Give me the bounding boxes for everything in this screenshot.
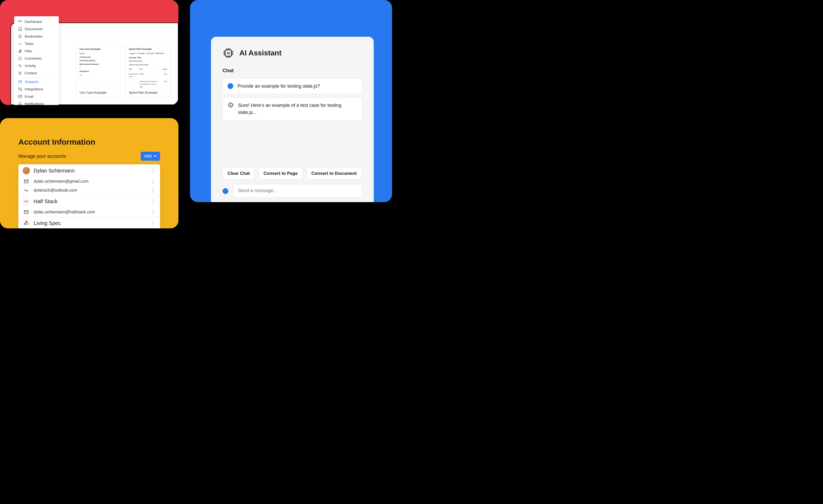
menu-item-check[interactable]: Tasks (14, 40, 59, 47)
ai-panel-container: AI Assistant Chat Provide an example for… (190, 0, 392, 202)
menu-item-context[interactable]: Context (14, 69, 59, 76)
bookmark-icon (18, 34, 22, 38)
chat-text: Provide an example for testing slate.js? (237, 83, 357, 90)
menu-item-label: Email (25, 95, 34, 99)
snippets-icon (18, 79, 22, 84)
email-value: dylan.schiemann@halfstack.com (34, 210, 151, 214)
activity-icon (18, 63, 22, 68)
email-icon (18, 94, 22, 99)
ai-panel: AI Assistant Chat Provide an example for… (211, 37, 374, 202)
menu-item-integrations[interactable]: Integrations (14, 85, 59, 93)
account-name: Half Stack (34, 198, 151, 204)
account-row: Dylan Schiemann⋮ (18, 164, 160, 177)
ai-chip-icon (222, 47, 234, 59)
snippet-preview: Sprint Plan Example "Largest:" "End Date… (126, 45, 170, 88)
menu-item-label: Dashboard (25, 20, 42, 24)
snippet-name: Use Case Example (76, 88, 121, 97)
documents-icon (18, 27, 22, 31)
account-subtitle: Manage your accounts (18, 154, 66, 159)
menu-item-paperclip[interactable]: Files (14, 47, 59, 54)
menu-item-bell[interactable]: Notifications (14, 100, 59, 105)
accounts-list: Dylan Schiemann⋮dylan.schiemann@gmail.co… (18, 164, 160, 228)
menu-item-label: Files (25, 49, 32, 53)
clear-chat-button[interactable]: Clear Chat (222, 167, 255, 180)
chat-text: Sure! Here's an example of a test case f… (238, 102, 357, 116)
menu-item-activity[interactable]: Activity (14, 62, 59, 69)
more-icon[interactable]: ⋮ (151, 187, 156, 193)
snippet-title: Use Case Example (79, 48, 118, 50)
snippet-card[interactable]: Use Case Example Scope: Primary actor: S… (76, 45, 121, 98)
sidebar-menu: DashboardDocumentsBookmarksTasksFilesCom… (14, 16, 59, 105)
menu-item-comment[interactable]: Comments (14, 54, 59, 62)
ai-chip-icon (227, 102, 234, 108)
bell-icon (18, 102, 22, 105)
mail-icon (24, 179, 29, 184)
menu-item-label: Documents (25, 27, 42, 31)
sub-icon (24, 188, 29, 193)
menu-item-label: Activity (25, 64, 36, 68)
context-icon (18, 71, 22, 75)
account-row: Living Spec⋮ (18, 216, 160, 228)
account-name: Dylan Schiemann (34, 168, 151, 174)
menu-item-email[interactable]: Email (14, 93, 59, 100)
menu-item-dashboard[interactable]: Dashboard (14, 18, 59, 25)
dashboard-icon (18, 19, 22, 24)
chat-actions: Clear Chat Convert to Page Convert to Do… (222, 167, 362, 180)
paperclip-icon (18, 49, 22, 53)
menu-item-label: Bookmarks (25, 34, 42, 38)
snippet-preview: Use Case Example Scope: Primary actor: S… (76, 45, 121, 88)
ai-title: AI Assistant (239, 49, 282, 57)
menu-item-documents[interactable]: Documents (14, 25, 59, 32)
more-icon[interactable]: ⋮ (151, 209, 156, 215)
snippet-name: Sprint Plan Example (126, 88, 170, 97)
caret-down-icon (154, 155, 156, 157)
email-row: dylan.schiemann@gmail.com⋮ (18, 177, 160, 186)
email-row: dylansch@outlook.com⋮ (18, 186, 160, 195)
snippet-title: Sprint Plan Example (129, 48, 167, 50)
menu-item-label: Tasks (25, 42, 34, 46)
menu-item-label: Notifications (25, 102, 44, 105)
account-panel: Account Information Manage your accounts… (0, 118, 178, 228)
integrations-icon (18, 87, 22, 91)
chat-input[interactable] (233, 184, 362, 197)
more-icon[interactable]: ⋮ (151, 220, 156, 226)
snippets-panel: Use Case Example Scope: Primary actor: S… (0, 0, 178, 105)
menu-item-label: Snippets (25, 80, 39, 84)
avatar: HS (23, 198, 30, 205)
email-row: dylan.schiemann@halfstack.com⋮ (18, 208, 160, 216)
menu-item-bookmark[interactable]: Bookmarks (14, 32, 59, 40)
convert-to-page-button[interactable]: Convert to Page (259, 167, 303, 180)
avatar (23, 219, 30, 227)
snippets-content: Use Case Example Scope: Primary actor: S… (70, 39, 178, 105)
account-title: Account Information (18, 138, 160, 147)
convert-to-document-button[interactable]: Convert to Document (306, 167, 362, 180)
user-avatar (222, 188, 228, 194)
menu-item-label: Context (25, 71, 37, 75)
menu-item-snippets[interactable]: Snippets (14, 78, 59, 85)
snippet-card[interactable]: Sprint Plan Example "Largest:" "End Date… (126, 45, 171, 98)
menu-item-label: Comments (25, 56, 42, 60)
chat-message-ai: Sure! Here's an example of a test case f… (222, 98, 362, 121)
check-icon (18, 41, 22, 46)
account-row: HSHalf Stack⋮ (18, 195, 160, 208)
more-icon[interactable]: ⋮ (151, 178, 156, 184)
add-button[interactable]: Add (141, 152, 160, 161)
user-avatar (227, 83, 233, 89)
comment-icon (18, 56, 22, 60)
menu-item-label: Integrations (25, 87, 43, 91)
more-icon[interactable]: ⋮ (151, 168, 156, 174)
account-name: Living Spec (34, 220, 151, 226)
avatar (23, 167, 30, 174)
chat-input-row (222, 184, 362, 197)
chat-message-user: Provide an example for testing slate.js? (222, 78, 362, 94)
email-value: dylansch@outlook.com (34, 188, 151, 193)
more-icon[interactable]: ⋮ (151, 198, 156, 204)
chat-label: Chat (222, 68, 362, 73)
email-value: dylan.schiemann@gmail.com (34, 179, 151, 184)
mail-icon (24, 210, 29, 214)
